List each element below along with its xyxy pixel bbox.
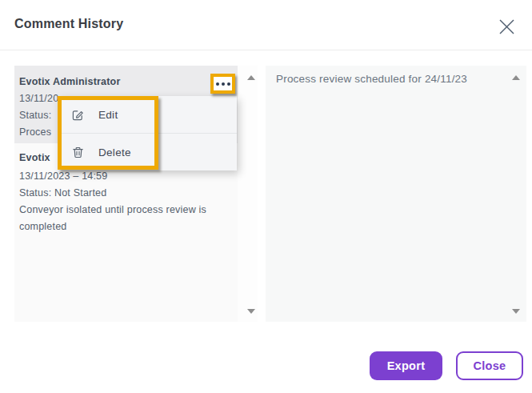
scroll-up-icon[interactable] (247, 75, 255, 80)
header-divider (0, 50, 532, 50)
close-icon (498, 18, 516, 36)
scroll-down-icon[interactable] (247, 309, 255, 314)
comment-date: 13/11/20 (19, 93, 58, 104)
comment-status: Status: (19, 110, 51, 121)
comment-author: Evotix Administrator (19, 76, 120, 87)
scroll-up-icon[interactable] (512, 75, 520, 80)
scrollbar-track[interactable] (238, 66, 258, 322)
menu-item-edit[interactable]: Edit (58, 96, 237, 133)
more-options-icon (216, 82, 230, 86)
comment-body-line1: Conveyor isolated until process review i… (19, 204, 206, 215)
page-title: Comment History (14, 17, 123, 31)
comment-body-line2: completed (19, 221, 66, 232)
edit-icon (71, 108, 85, 122)
comment-detail-panel: Process review scheduled for 24/11/23 (266, 66, 526, 322)
menu-item-delete[interactable]: Delete (58, 134, 237, 170)
comment-history-dialog: Comment History Evotix Administrator 13/… (0, 0, 532, 393)
close-button[interactable] (495, 15, 518, 38)
comment-author: Evotix (19, 152, 50, 163)
comment-body: Proces (19, 126, 51, 138)
close-dialog-button[interactable]: Close (456, 351, 523, 380)
comment-status: Status: Not Started (19, 187, 106, 199)
detail-text: Process review scheduled for 24/11/23 (276, 73, 467, 85)
more-options-button[interactable] (210, 74, 235, 94)
comment-date: 13/11/2023 – 14:59 (19, 170, 107, 182)
trash-icon (71, 146, 85, 159)
export-button[interactable]: Export (370, 351, 442, 380)
context-menu: Edit Delete (58, 96, 237, 170)
menu-item-label: Delete (98, 146, 131, 158)
scroll-down-icon[interactable] (512, 309, 520, 314)
menu-item-label: Edit (98, 109, 118, 121)
